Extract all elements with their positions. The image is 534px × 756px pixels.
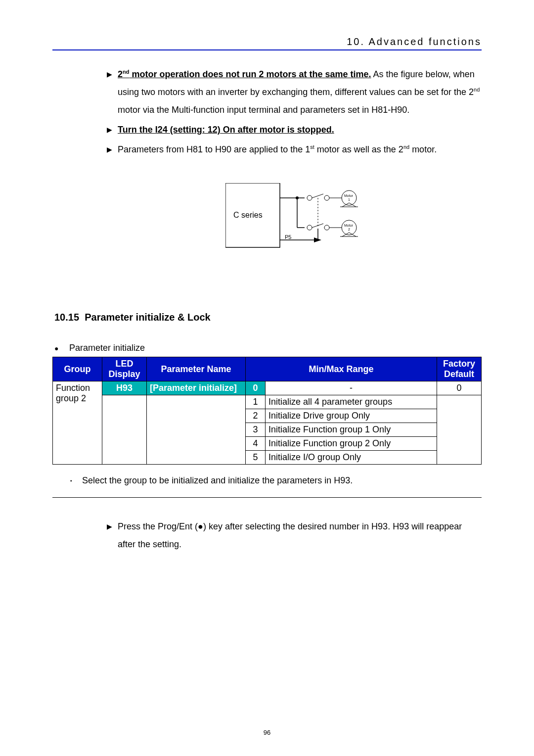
- pname-cell: [Parameter initialize]: [147, 381, 246, 395]
- page-number: 96: [52, 729, 482, 736]
- range-desc: Initialize Function group 1 Only: [266, 423, 437, 437]
- page: 10. Advanced functions ▶ 2nd motor opera…: [52, 36, 482, 711]
- bullet-item: ▶ Press the Prog/Ent (●) key after selec…: [107, 518, 482, 553]
- table-row: 1 Initialize all 4 parameter groups: [53, 395, 482, 409]
- p5-label: P5: [285, 234, 291, 240]
- note-block: ▶ Press the Prog/Ent (●) key after selec…: [107, 518, 482, 553]
- param-table: Group LED Display Parameter Name Min/Max…: [52, 357, 482, 465]
- running-header: 10. Advanced functions: [52, 36, 482, 50]
- motor-label: Motor: [344, 224, 354, 227]
- caret-icon: ▶: [107, 67, 118, 81]
- sub-bullet-text: Select the group to be initialized and i…: [82, 475, 353, 486]
- pname-empty: [147, 395, 246, 465]
- range-n: 5: [246, 451, 266, 465]
- range-desc: Initialize all 4 parameter groups: [266, 395, 437, 409]
- range-n: 4: [246, 437, 266, 451]
- diagram-box-label: C series: [233, 211, 263, 219]
- note-text: Press the Prog/Ent (●) key after selecti…: [118, 518, 482, 553]
- svg-point-11: [307, 225, 312, 230]
- wiring-diagram: C series Motor 1: [225, 183, 394, 262]
- sub-bullet: ▪ Select the group to be initialized and…: [70, 475, 482, 486]
- intro-bullets: ▶ 2nd motor operation does not run 2 mot…: [107, 65, 482, 262]
- motor-2-num: 2: [348, 228, 350, 231]
- range-n: 0: [246, 381, 266, 395]
- table-body: Function group 2 H93 [Parameter initiali…: [53, 381, 482, 465]
- param-init-heading: ● Parameter initialize: [54, 343, 482, 354]
- default-cell: 0: [437, 381, 482, 395]
- range-desc: -: [266, 381, 437, 395]
- range-n: 1: [246, 395, 266, 409]
- motor-label: Motor: [344, 194, 354, 197]
- group-cell: Function group 2: [53, 381, 102, 465]
- caret-icon: ▶: [107, 123, 118, 137]
- caret-icon: ▶: [107, 520, 118, 533]
- svg-line-4: [312, 194, 323, 198]
- range-n: 2: [246, 409, 266, 423]
- svg-point-5: [324, 195, 329, 200]
- th-group: Group: [53, 357, 102, 381]
- led-empty: [102, 395, 147, 465]
- svg-point-3: [307, 195, 312, 200]
- section-heading: 10.15 Parameter initialize & Lock: [54, 312, 482, 323]
- range-desc: Initialize Drive group Only: [266, 409, 437, 423]
- bullet1-lead: 2nd motor operation does not run 2 motor…: [118, 69, 371, 79]
- th-led: LED Display: [102, 357, 147, 381]
- bullet-item: ▶ Turn the I24 (setting: 12) On after mo…: [107, 121, 482, 139]
- default-empty: [437, 395, 482, 465]
- led-cell: H93: [102, 381, 147, 395]
- dot-icon: ●: [54, 343, 69, 354]
- motor-1-num: 1: [348, 198, 350, 201]
- square-icon: ▪: [70, 475, 82, 486]
- bullet-item: ▶ Parameters from H81 to H90 are applied…: [107, 141, 482, 158]
- th-pname: Parameter Name: [147, 357, 246, 381]
- svg-point-13: [324, 225, 329, 230]
- table-row: Function group 2 H93 [Parameter initiali…: [53, 381, 482, 395]
- range-n: 3: [246, 423, 266, 437]
- table-header-row: Group LED Display Parameter Name Min/Max…: [53, 357, 482, 381]
- th-factory: Factory Default: [437, 357, 482, 381]
- caret-icon: ▶: [107, 142, 118, 156]
- bullet2-text: Turn the I24 (setting: 12) On after moto…: [118, 125, 334, 135]
- range-desc: Initialize Function group 2 Only: [266, 437, 437, 451]
- range-desc: Initialize I/O group Only: [266, 451, 437, 465]
- th-range: Min/Max Range: [246, 357, 437, 381]
- divider: [52, 497, 482, 498]
- bullet3-text: Parameters from H81 to H90 are applied t…: [118, 141, 482, 158]
- bullet-item: ▶ 2nd motor operation does not run 2 mot…: [107, 65, 482, 119]
